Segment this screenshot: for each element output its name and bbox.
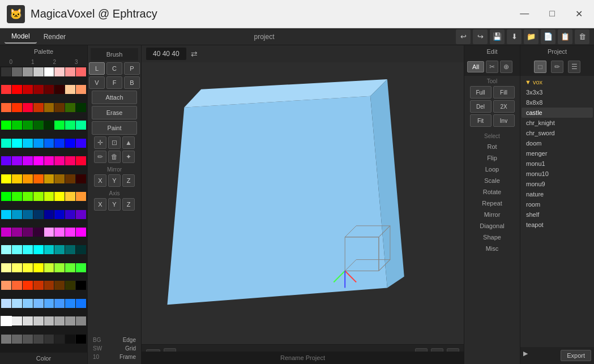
color-cell-85[interactable] (54, 245, 65, 254)
color-cell-34[interactable] (23, 139, 33, 148)
color-cell-36[interactable] (44, 139, 54, 148)
axis-z[interactable]: Z (122, 198, 135, 211)
undo-button[interactable]: ↩ (456, 29, 471, 44)
color-cell-25[interactable] (12, 121, 22, 130)
axis-x[interactable]: X (94, 198, 106, 211)
color-cell-12[interactable] (44, 85, 54, 94)
color-cell-123[interactable] (33, 335, 44, 344)
bg-value[interactable]: Edge (123, 337, 136, 343)
color-cell-126[interactable] (65, 335, 75, 344)
color-cell-47[interactable] (76, 156, 86, 165)
export-button[interactable]: ⬇ (507, 29, 522, 44)
color-cell-63[interactable] (76, 192, 86, 201)
project-item-shelf[interactable]: shelf (522, 209, 593, 220)
color-cell-117[interactable] (54, 316, 65, 326)
project-item-monu10[interactable]: monu10 (522, 169, 593, 179)
attach-button[interactable]: Attach (92, 91, 137, 104)
erase-button[interactable]: Erase (92, 106, 137, 119)
brush-P[interactable]: P (124, 62, 140, 75)
color-cell-23[interactable] (76, 103, 86, 112)
color-cell-50[interactable] (23, 174, 33, 183)
action-mirror[interactable]: Mirror (468, 209, 516, 220)
color-cell-124[interactable] (44, 335, 54, 344)
color-cell-77[interactable] (54, 228, 65, 237)
color-cell-69[interactable] (54, 210, 65, 219)
action-diagonal[interactable]: Diagonal (468, 221, 516, 231)
color-cell-83[interactable] (33, 245, 44, 254)
color-cell-31[interactable] (76, 121, 86, 130)
palette-num-2[interactable]: 2 (44, 58, 66, 66)
color-cell-17[interactable] (12, 103, 22, 112)
open-button[interactable]: 📁 (524, 29, 539, 44)
project-item-room[interactable]: room (522, 199, 593, 209)
color-cell-15[interactable] (76, 85, 86, 94)
color-cell-75[interactable] (33, 228, 44, 237)
mirror-y[interactable]: Y (108, 174, 121, 187)
color-cell-56[interactable] (1, 192, 11, 201)
color-cell-24[interactable] (1, 121, 11, 130)
select-tool[interactable]: ⊡ (108, 136, 121, 149)
color-cell-62[interactable] (65, 192, 75, 201)
color-cell-86[interactable] (65, 245, 75, 254)
color-cell-114[interactable] (23, 316, 33, 326)
close-button[interactable]: ✕ (571, 6, 587, 22)
color-cell-81[interactable] (12, 245, 22, 254)
color-cell-122[interactable] (23, 335, 33, 344)
copy-button[interactable]: 📋 (558, 29, 572, 44)
color-cell-14[interactable] (65, 85, 75, 94)
redo-button[interactable]: ↪ (473, 29, 488, 44)
palette-num-1[interactable]: 1 (22, 58, 44, 66)
color-cell-7[interactable] (76, 67, 86, 76)
project-item-3x3x3[interactable]: 3x3x3 (522, 87, 593, 97)
project-item-menger[interactable]: menger (522, 148, 593, 159)
color-cell-121[interactable] (12, 335, 22, 344)
sw-value[interactable]: Grid (125, 345, 136, 352)
color-cell-18[interactable] (23, 103, 33, 112)
project-tab-files[interactable]: □ (534, 61, 546, 73)
color-cell-57[interactable] (12, 192, 22, 201)
color-cell-29[interactable] (54, 121, 65, 130)
color-cell-53[interactable] (54, 174, 65, 183)
color-cell-55[interactable] (76, 174, 86, 183)
color-cell-58[interactable] (23, 192, 33, 201)
project-item-nature[interactable]: nature (522, 189, 593, 199)
move-tool[interactable]: ✛ (94, 136, 106, 149)
color-cell-49[interactable] (12, 174, 22, 183)
palette-num-0[interactable]: 0 (0, 58, 22, 66)
color-cell-20[interactable] (44, 103, 54, 112)
color-cell-88[interactable] (1, 263, 11, 272)
fit-btn[interactable]: Fit (470, 114, 492, 127)
color-cell-37[interactable] (54, 139, 65, 148)
paint-button[interactable]: Paint (92, 121, 137, 135)
color-cell-10[interactable] (23, 85, 33, 94)
color-cell-51[interactable] (33, 174, 44, 183)
color-cell-98[interactable] (23, 281, 33, 290)
color-cell-3[interactable] (33, 67, 44, 76)
color-cell-59[interactable] (33, 192, 44, 201)
action-misc[interactable]: Misc (468, 243, 516, 254)
brush-V[interactable]: V (89, 76, 105, 89)
color-cell-13[interactable] (54, 85, 65, 94)
color-cell-0[interactable] (1, 67, 11, 76)
color-cell-99[interactable] (33, 281, 44, 290)
color-cell-105[interactable] (12, 299, 22, 308)
action-loop[interactable]: Loop (468, 164, 516, 174)
action-rotate[interactable]: Rotate (468, 187, 516, 197)
delete-button[interactable]: 🗑 (575, 29, 589, 44)
project-tab-list[interactable]: ☰ (568, 61, 580, 73)
color-cell-44[interactable] (44, 156, 54, 165)
project-item-monu9[interactable]: monu9 (522, 179, 593, 189)
project-item-castle[interactable]: castle (522, 108, 593, 118)
color-cell-80[interactable] (1, 245, 11, 254)
palette-num-3[interactable]: 3 (66, 58, 88, 66)
color-cell-64[interactable] (1, 210, 11, 219)
fill-tool[interactable]: ✦ (122, 151, 135, 163)
color-cell-125[interactable] (54, 335, 65, 344)
color-cell-28[interactable] (44, 121, 54, 130)
color-cell-96[interactable] (1, 281, 11, 290)
mirror-z[interactable]: Z (122, 174, 135, 187)
color-cell-46[interactable] (65, 156, 75, 165)
color-cell-82[interactable] (23, 245, 33, 254)
color-cell-111[interactable] (76, 299, 86, 308)
color-cell-102[interactable] (65, 281, 75, 290)
